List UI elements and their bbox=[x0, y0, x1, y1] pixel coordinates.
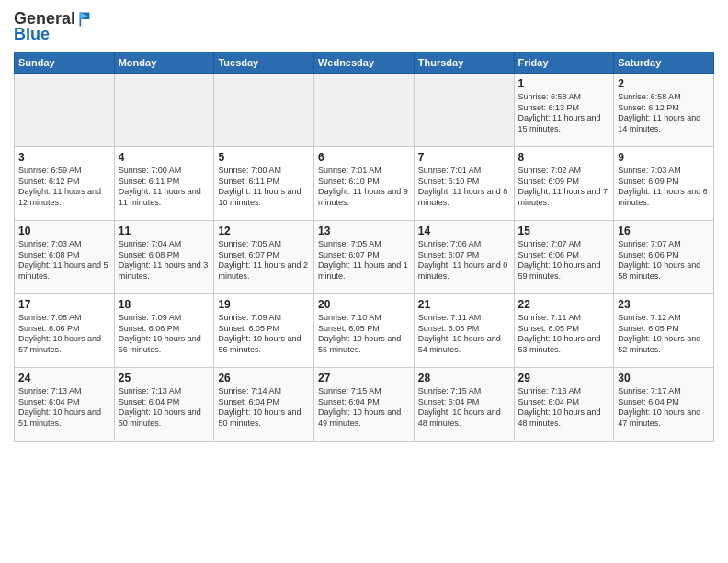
calendar-cell: 23Sunrise: 7:12 AMSunset: 6:05 PMDayligh… bbox=[614, 294, 714, 368]
day-info: Daylight: 10 hours and 49 minutes. bbox=[318, 408, 410, 429]
day-info: Sunrise: 7:00 AM bbox=[119, 166, 210, 177]
weekday-header-thursday: Thursday bbox=[414, 52, 514, 74]
calendar-week-4: 17Sunrise: 7:08 AMSunset: 6:06 PMDayligh… bbox=[15, 294, 714, 368]
day-number: 4 bbox=[119, 151, 210, 164]
weekday-header-tuesday: Tuesday bbox=[214, 52, 314, 74]
day-info: Sunset: 6:11 PM bbox=[218, 177, 310, 188]
day-info: Daylight: 10 hours and 56 minutes. bbox=[119, 334, 210, 355]
calendar-cell bbox=[314, 74, 415, 147]
day-info: Sunset: 6:05 PM bbox=[218, 324, 310, 335]
day-info: Sunset: 6:12 PM bbox=[18, 177, 110, 188]
day-number: 21 bbox=[418, 298, 510, 311]
day-info: Sunrise: 7:17 AM bbox=[618, 386, 710, 397]
day-info: Daylight: 11 hours and 14 minutes. bbox=[618, 113, 710, 134]
day-info: Sunset: 6:07 PM bbox=[418, 250, 510, 261]
day-number: 29 bbox=[518, 372, 610, 385]
day-info: Daylight: 10 hours and 50 minutes. bbox=[218, 408, 310, 429]
day-info: Daylight: 11 hours and 10 minutes. bbox=[218, 187, 310, 208]
day-info: Sunrise: 7:04 AM bbox=[119, 239, 210, 250]
day-info: Sunset: 6:11 PM bbox=[119, 177, 210, 188]
day-number: 22 bbox=[518, 298, 610, 311]
day-info: Sunset: 6:07 PM bbox=[218, 250, 310, 261]
calendar-cell: 22Sunrise: 7:11 AMSunset: 6:05 PMDayligh… bbox=[514, 294, 614, 368]
day-number: 5 bbox=[218, 151, 310, 164]
day-info: Sunset: 6:04 PM bbox=[18, 397, 110, 408]
day-number: 8 bbox=[518, 151, 610, 164]
day-info: Sunset: 6:05 PM bbox=[618, 324, 710, 335]
calendar-cell: 27Sunrise: 7:15 AMSunset: 6:04 PMDayligh… bbox=[314, 368, 415, 442]
day-info: Sunset: 6:04 PM bbox=[518, 397, 610, 408]
day-info: Sunrise: 7:06 AM bbox=[418, 239, 510, 250]
day-info: Daylight: 11 hours and 1 minute. bbox=[318, 260, 410, 282]
calendar-cell: 13Sunrise: 7:05 AMSunset: 6:07 PMDayligh… bbox=[314, 221, 415, 294]
calendar-cell: 17Sunrise: 7:08 AMSunset: 6:06 PMDayligh… bbox=[15, 294, 115, 368]
day-info: Daylight: 11 hours and 3 minutes. bbox=[119, 260, 210, 282]
day-info: Sunrise: 6:59 AM bbox=[18, 166, 110, 177]
day-info: Sunrise: 7:11 AM bbox=[418, 313, 510, 324]
calendar-cell bbox=[114, 74, 214, 147]
day-info: Sunrise: 7:13 AM bbox=[119, 386, 210, 397]
calendar-cell: 30Sunrise: 7:17 AMSunset: 6:04 PMDayligh… bbox=[614, 368, 714, 442]
day-info: Daylight: 11 hours and 15 minutes. bbox=[518, 113, 610, 134]
day-info: Sunset: 6:04 PM bbox=[119, 397, 210, 408]
day-number: 14 bbox=[418, 224, 510, 237]
day-info: Sunrise: 7:08 AM bbox=[18, 313, 110, 324]
day-info: Daylight: 10 hours and 52 minutes. bbox=[618, 334, 710, 355]
day-info: Sunrise: 7:07 AM bbox=[618, 239, 710, 250]
day-info: Sunrise: 7:03 AM bbox=[18, 239, 110, 250]
weekday-header-sunday: Sunday bbox=[15, 52, 115, 74]
calendar-week-3: 10Sunrise: 7:03 AMSunset: 6:08 PMDayligh… bbox=[15, 221, 714, 294]
day-info: Sunrise: 6:58 AM bbox=[618, 92, 710, 103]
logo-flag-icon bbox=[77, 10, 96, 29]
day-info: Sunrise: 7:02 AM bbox=[518, 166, 610, 177]
day-info: Sunrise: 7:10 AM bbox=[318, 313, 410, 324]
day-info: Sunset: 6:10 PM bbox=[418, 177, 510, 188]
day-info: Daylight: 10 hours and 59 minutes. bbox=[518, 260, 610, 282]
calendar-week-5: 24Sunrise: 7:13 AMSunset: 6:04 PMDayligh… bbox=[15, 368, 714, 442]
day-info: Daylight: 11 hours and 7 minutes. bbox=[518, 187, 610, 208]
calendar-cell bbox=[15, 74, 115, 147]
day-number: 3 bbox=[18, 151, 110, 164]
day-info: Sunrise: 7:05 AM bbox=[318, 239, 410, 250]
day-number: 19 bbox=[218, 298, 310, 311]
calendar-cell: 10Sunrise: 7:03 AMSunset: 6:08 PMDayligh… bbox=[15, 221, 115, 294]
weekday-header-monday: Monday bbox=[114, 52, 214, 74]
day-info: Sunset: 6:04 PM bbox=[618, 397, 710, 408]
day-number: 17 bbox=[18, 298, 110, 311]
day-number: 12 bbox=[218, 224, 310, 237]
day-info: Daylight: 10 hours and 48 minutes. bbox=[518, 408, 610, 429]
calendar-cell: 8Sunrise: 7:02 AMSunset: 6:09 PMDaylight… bbox=[514, 147, 614, 221]
day-info: Sunset: 6:10 PM bbox=[318, 177, 410, 188]
day-info: Daylight: 10 hours and 47 minutes. bbox=[618, 408, 710, 429]
day-number: 27 bbox=[318, 372, 410, 385]
day-info: Sunrise: 7:09 AM bbox=[218, 313, 310, 324]
day-info: Sunset: 6:08 PM bbox=[119, 250, 210, 261]
calendar-cell: 19Sunrise: 7:09 AMSunset: 6:05 PMDayligh… bbox=[214, 294, 314, 368]
day-info: Daylight: 11 hours and 0 minutes. bbox=[418, 260, 510, 282]
calendar-cell: 1Sunrise: 6:58 AMSunset: 6:13 PMDaylight… bbox=[514, 74, 614, 147]
day-info: Sunrise: 7:13 AM bbox=[18, 386, 110, 397]
calendar-cell: 9Sunrise: 7:03 AMSunset: 6:09 PMDaylight… bbox=[614, 147, 714, 221]
day-info: Sunset: 6:13 PM bbox=[518, 103, 610, 114]
day-info: Sunrise: 7:16 AM bbox=[518, 386, 610, 397]
day-number: 30 bbox=[618, 372, 710, 385]
day-number: 10 bbox=[18, 224, 110, 237]
day-info: Sunrise: 7:11 AM bbox=[518, 313, 610, 324]
calendar-cell bbox=[414, 74, 514, 147]
day-info: Sunset: 6:04 PM bbox=[218, 397, 310, 408]
day-number: 6 bbox=[318, 151, 410, 164]
day-info: Sunrise: 7:12 AM bbox=[618, 313, 710, 324]
day-info: Sunrise: 7:00 AM bbox=[218, 166, 310, 177]
day-info: Sunrise: 7:05 AM bbox=[218, 239, 310, 250]
calendar-cell: 4Sunrise: 7:00 AMSunset: 6:11 PMDaylight… bbox=[114, 147, 214, 221]
weekday-header-saturday: Saturday bbox=[614, 52, 714, 74]
day-info: Sunset: 6:07 PM bbox=[318, 250, 410, 261]
calendar-cell: 14Sunrise: 7:06 AMSunset: 6:07 PMDayligh… bbox=[414, 221, 514, 294]
day-info: Sunrise: 7:15 AM bbox=[318, 386, 410, 397]
day-info: Sunrise: 7:01 AM bbox=[318, 166, 410, 177]
day-number: 1 bbox=[518, 77, 610, 90]
weekday-header-friday: Friday bbox=[514, 52, 614, 74]
day-number: 9 bbox=[618, 151, 710, 164]
day-info: Sunrise: 7:03 AM bbox=[618, 166, 710, 177]
day-number: 26 bbox=[218, 372, 310, 385]
